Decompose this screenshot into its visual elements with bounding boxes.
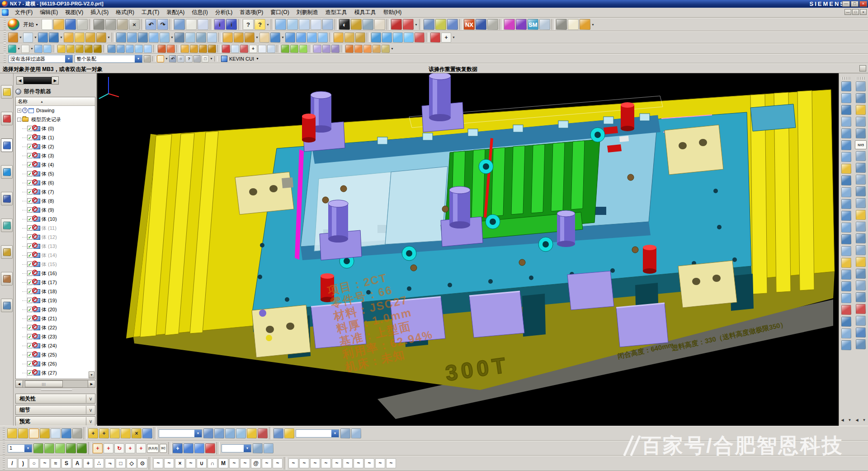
panel-width-slider[interactable]: ◀ ▶: [16, 76, 59, 85]
context-help-icon[interactable]: ?: [243, 19, 254, 30]
resource-clock-icon[interactable]: [476, 19, 486, 30]
gap-flush-icon[interactable]: [382, 45, 390, 53]
move-face-icon[interactable]: [371, 33, 381, 43]
studio-render-icon[interactable]: [374, 19, 385, 30]
menu-模具工具[interactable]: 模具工具: [351, 8, 380, 16]
wcs-set-absolute-icon[interactable]: +: [136, 443, 146, 453]
tree-item-体 (26)[interactable]: ✓体 (26): [16, 359, 95, 368]
tube-icon[interactable]: [175, 33, 184, 43]
dialog-rail-icon[interactable]: [859, 65, 866, 71]
point-icon[interactable]: +: [83, 458, 93, 468]
scroll-up-icon[interactable]: ◀: [841, 418, 844, 422]
tree-item-体 (13)[interactable]: ✓体 (13): [16, 242, 95, 251]
wcs-rotate-icon[interactable]: ↻: [114, 443, 124, 453]
tree-item-体 (12)[interactable]: ✓体 (12): [16, 233, 95, 242]
profile-line-icon[interactable]: /: [7, 458, 17, 468]
curve-on-surface-icon[interactable]: ~: [273, 458, 283, 468]
reference-set-icon[interactable]: [284, 428, 294, 438]
create-add-icon[interactable]: [190, 45, 198, 53]
toolbar-grip[interactable]: [4, 54, 6, 63]
csys-dialog-icon[interactable]: [205, 443, 215, 453]
material-vase-icon[interactable]: [391, 19, 402, 30]
bridge-curve-icon[interactable]: ∩: [208, 458, 217, 468]
offset-surface-r-icon[interactable]: [841, 223, 851, 233]
create-intersect-icon[interactable]: [208, 45, 216, 53]
law-curve-icon[interactable]: ~: [262, 458, 272, 468]
checker-icon[interactable]: [539, 19, 550, 30]
rotate-view-icon[interactable]: [322, 19, 333, 30]
expand-icon[interactable]: +: [17, 109, 21, 113]
reorder-blend-icon[interactable]: [856, 222, 866, 232]
menu-插入S[interactable]: 插入(S): [87, 8, 112, 16]
chevron-down-icon[interactable]: ▼: [107, 32, 111, 43]
marquee-style-icon[interactable]: □: [202, 55, 209, 62]
studio-spline-icon[interactable]: ~: [40, 458, 50, 468]
copy-icon[interactable]: [105, 19, 116, 30]
ellipse-icon[interactable]: ⊙: [137, 458, 147, 468]
open-component-by-proximity-icon[interactable]: [18, 428, 28, 438]
move-face-r-icon[interactable]: [856, 81, 866, 91]
chevron-down-icon[interactable]: ▼: [331, 430, 339, 437]
collapse-icon[interactable]: -: [17, 118, 21, 122]
find-component-icon[interactable]: [7, 428, 17, 438]
mirror-face-icon[interactable]: [856, 186, 866, 196]
spline-icon[interactable]: S: [61, 458, 71, 468]
datum-plane-sm-icon[interactable]: [231, 45, 239, 53]
tree-item-体 (16)[interactable]: ✓体 (16): [16, 269, 95, 278]
menu-帮助H[interactable]: 帮助(H): [380, 8, 406, 16]
tree-column-header[interactable]: 名称 ▲: [16, 97, 95, 106]
tree-item-体 (23)[interactable]: ✓体 (23): [16, 332, 95, 341]
chevron-down-icon[interactable]: ▼: [59, 32, 63, 43]
pad-icon[interactable]: [96, 33, 106, 43]
system-materials-button[interactable]: [1, 219, 13, 232]
dimple-icon[interactable]: [856, 316, 866, 326]
save-view-icon[interactable]: [253, 443, 263, 453]
assembly-info-icon[interactable]: [340, 428, 350, 438]
print-icon[interactable]: [77, 19, 88, 30]
chevron-down-icon[interactable]: ∨: [86, 395, 95, 403]
info-export-icon[interactable]: i: [214, 19, 225, 30]
refresh-view-icon[interactable]: [275, 19, 286, 30]
information-icon[interactable]: i: [226, 19, 237, 30]
slider-right-button[interactable]: ▶: [52, 76, 59, 85]
revolve-icon[interactable]: [49, 33, 59, 43]
edit-object-display-icon[interactable]: [424, 19, 434, 30]
slider-left-button[interactable]: ◀: [16, 76, 24, 85]
text-curve-icon[interactable]: A: [72, 458, 82, 468]
join-curve-icon[interactable]: ∪: [197, 458, 207, 468]
intersect-icon[interactable]: [245, 33, 255, 43]
undo-selection-icon[interactable]: ↶: [169, 55, 176, 62]
bridge-surface-icon[interactable]: [841, 187, 851, 197]
vector-sm-icon[interactable]: [267, 45, 275, 53]
section-surface-icon[interactable]: [149, 33, 159, 43]
weight-report-icon[interactable]: [351, 428, 361, 438]
tree-item-体 (1)[interactable]: ✓体 (1): [16, 133, 95, 142]
notebook-icon[interactable]: [568, 19, 579, 30]
tree-item-体 (10)[interactable]: ✓体 (10): [16, 214, 95, 224]
save-icon[interactable]: [65, 19, 76, 30]
mdi-minimize-button[interactable]: —: [844, 9, 851, 15]
match-edge-icon[interactable]: [841, 305, 851, 315]
nx5-dialog-icon[interactable]: NX5: [855, 140, 867, 149]
menu-文件F[interactable]: 文件(F): [11, 8, 36, 16]
scrollbar-thumb[interactable]: |||: [25, 381, 63, 387]
emboss-body-icon[interactable]: [856, 257, 866, 267]
bend-icon[interactable]: [856, 281, 866, 290]
toolbar-grip[interactable]: [842, 77, 851, 80]
chevron-down-icon[interactable]: ▼: [390, 44, 394, 53]
scroll-up-icon[interactable]: ◀: [855, 418, 858, 422]
deleted-component-icon[interactable]: [72, 428, 82, 438]
assembly-search-combo[interactable]: ▼: [159, 429, 202, 438]
tree-item-体 (5)[interactable]: ✓体 (5): [16, 169, 95, 178]
stop-at-intersection-icon[interactable]: [158, 45, 166, 53]
unite-icon[interactable]: [223, 33, 233, 43]
interpart-links-icon[interactable]: [274, 428, 283, 438]
trimmed-sheet-icon[interactable]: [841, 234, 851, 244]
section-analysis-icon[interactable]: [345, 45, 354, 53]
pattern-feature-icon[interactable]: [334, 33, 344, 43]
view-clip-icon[interactable]: [198, 19, 208, 30]
snap-intersection-icon[interactable]: [85, 45, 93, 53]
toolbar-grip[interactable]: [4, 32, 6, 43]
snap-end-icon[interactable]: [57, 45, 66, 53]
plane-sm-icon[interactable]: [258, 45, 266, 53]
